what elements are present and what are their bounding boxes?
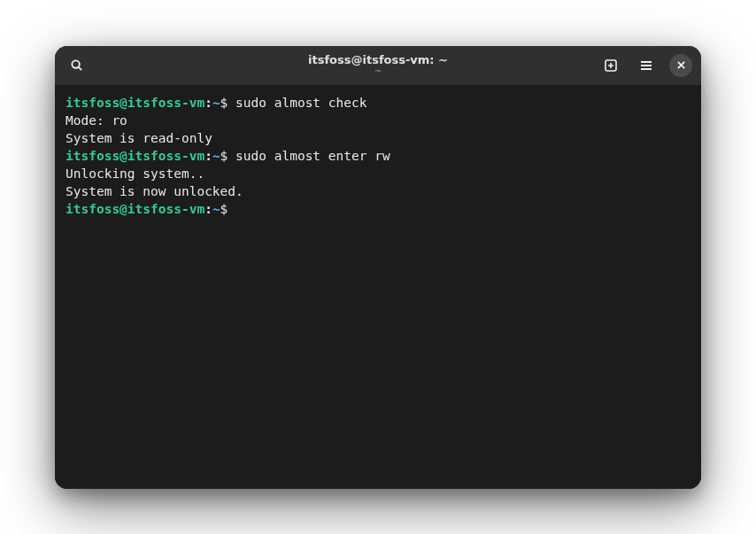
prompt-colon: :	[204, 202, 212, 216]
prompt-user-host: itsfoss@itsfoss-vm	[66, 96, 204, 110]
close-button[interactable]	[669, 54, 692, 77]
terminal-line: itsfoss@itsfoss-vm:~$	[66, 200, 690, 218]
prompt-path: ~	[212, 202, 220, 216]
menu-button[interactable]	[634, 53, 659, 78]
terminal-line: itsfoss@itsfoss-vm:~$ sudo almost enter …	[66, 147, 690, 165]
terminal-window: itsfoss@itsfoss-vm: ~ ~	[55, 46, 701, 489]
hamburger-menu-icon	[639, 58, 653, 73]
prompt-colon: :	[204, 149, 212, 163]
prompt-user-host: itsfoss@itsfoss-vm	[66, 149, 204, 163]
command-text	[228, 202, 235, 216]
titlebar: itsfoss@itsfoss-vm: ~ ~	[55, 46, 701, 85]
prompt-user-host: itsfoss@itsfoss-vm	[66, 202, 204, 216]
prompt-colon: :	[204, 96, 212, 110]
new-tab-button[interactable]	[598, 53, 623, 78]
terminal-output: System is read-only	[66, 129, 690, 147]
terminal-body[interactable]: itsfoss@itsfoss-vm:~$ sudo almost check …	[55, 85, 701, 489]
titlebar-right	[586, 53, 692, 78]
terminal-line: itsfoss@itsfoss-vm:~$ sudo almost check	[66, 94, 690, 112]
close-icon	[676, 60, 686, 70]
svg-line-1	[78, 67, 81, 70]
search-button[interactable]	[64, 53, 89, 78]
terminal-output: System is now unlocked.	[66, 182, 690, 200]
terminal-output: Mode: ro	[66, 112, 690, 129]
window-title: itsfoss@itsfoss-vm: ~	[308, 54, 448, 66]
terminal-output: Unlocking system..	[66, 165, 690, 182]
window-subtitle: ~	[374, 67, 382, 76]
search-icon	[70, 58, 83, 72]
prompt-path: ~	[212, 149, 220, 163]
svg-point-0	[72, 60, 79, 67]
new-tab-icon	[604, 58, 618, 73]
titlebar-title-area: itsfoss@itsfoss-vm: ~ ~	[170, 54, 586, 75]
command-text: sudo almost check	[228, 96, 366, 110]
titlebar-left	[64, 53, 170, 78]
command-text: sudo almost enter rw	[228, 149, 390, 163]
prompt-path: ~	[212, 96, 220, 110]
